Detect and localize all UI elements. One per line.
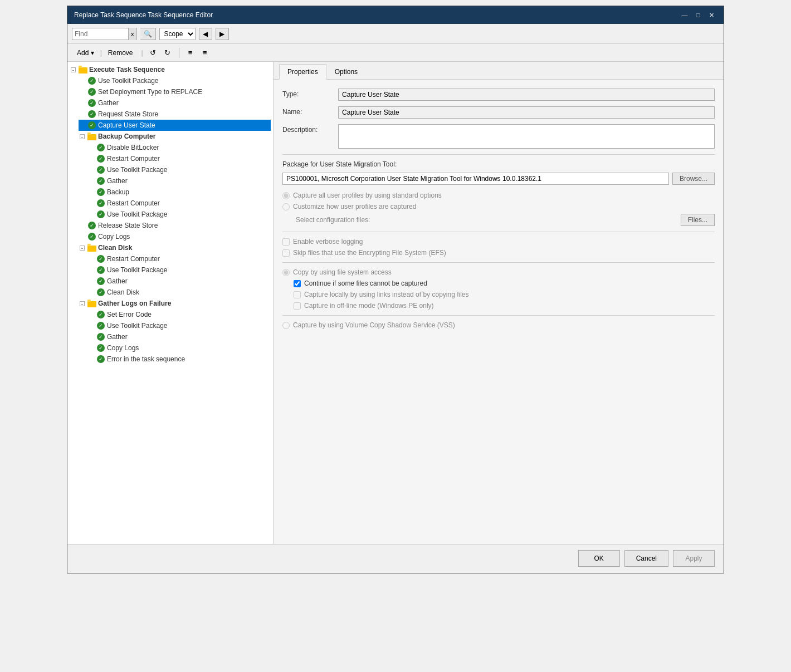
radio-item-vss: Capture by using Volume Copy Shadow Serv… (282, 321, 715, 329)
tree-item-clean-disk-group[interactable]: - Clean Disk (79, 242, 271, 253)
efs-checkbox[interactable] (282, 249, 290, 257)
toolbar-separator2: | (141, 49, 143, 57)
tree-item-request-state[interactable]: ✓ Request State Store (79, 109, 271, 120)
tree-item-use-toolkit-1[interactable]: ✓ Use Toolkit Package (79, 75, 271, 86)
tree-item-backup-computer-group[interactable]: - Backup Computer (79, 131, 271, 142)
tree-item-error-task-seq[interactable]: ✓ Error in the task sequence (87, 354, 271, 365)
capture-links-checkbox[interactable] (294, 291, 301, 298)
efs-row: Skip files that use the Encrypting File … (282, 249, 715, 257)
check-icon: ✓ (96, 277, 105, 286)
name-row: Name: (282, 106, 715, 119)
tree-item-copy-logs-2[interactable]: ✓ Copy Logs (87, 342, 271, 354)
right-panel: Properties Options Type: Name: (274, 62, 724, 544)
tree-item-gather-logs-group[interactable]: - Gather Logs on Failure (79, 298, 271, 309)
back-button[interactable]: ◀ (199, 28, 212, 40)
undo-icon: ↺ (150, 48, 156, 57)
radio-item-standard: Capture all user profiles by using stand… (282, 192, 715, 199)
add-button[interactable]: Add ▾ (72, 46, 99, 60)
item-label: Use Toolkit Package (107, 210, 168, 218)
check-icon: ✓ (96, 165, 105, 174)
undo-button[interactable]: ↺ (147, 46, 160, 60)
tree-item-disable-bitlocker[interactable]: ✓ Disable BitLocker (87, 142, 271, 153)
check-icon: ✓ (96, 154, 105, 163)
tree-root-item[interactable]: - Execute Task Sequence (70, 64, 271, 75)
forward-button[interactable]: ▶ (216, 28, 229, 40)
type-field[interactable] (338, 89, 715, 101)
package-section-label: Package for User State Migration Tool: (282, 160, 715, 168)
tree-item-gather-1[interactable]: ✓ Gather (79, 97, 271, 109)
browse-button[interactable]: Browse... (672, 173, 715, 185)
tree-item-clean-disk-step[interactable]: ✓ Clean Disk (87, 287, 271, 298)
verbose-logging-row: Enable verbose logging (282, 238, 715, 246)
ok-button[interactable]: OK (578, 550, 620, 567)
close-button[interactable]: ✕ (706, 10, 717, 20)
package-field[interactable] (282, 173, 669, 185)
svg-rect-2 (79, 66, 82, 68)
files-button[interactable]: Files... (681, 214, 715, 226)
verbose-checkbox[interactable] (282, 238, 290, 246)
redo-icon: ↻ (164, 48, 170, 57)
item-label: Release State Store (98, 222, 158, 229)
check-icon: ✓ (96, 143, 105, 152)
tree-item-gather-3[interactable]: ✓ Gather (87, 276, 271, 287)
tree-item-gather-4[interactable]: ✓ Gather (87, 331, 271, 342)
package-row: Browse... (282, 173, 715, 185)
tree-item-use-toolkit-2[interactable]: ✓ Use Toolkit Package (87, 164, 271, 175)
tree-item-copy-logs-1[interactable]: ✓ Copy Logs (79, 231, 271, 242)
item-label: Use Toolkit Package (107, 266, 168, 274)
redo-button[interactable]: ↻ (161, 46, 174, 60)
minimize-button[interactable]: — (679, 10, 690, 20)
item-label: Disable BitLocker (107, 144, 159, 151)
tree-item-use-toolkit-3[interactable]: ✓ Use Toolkit Package (87, 209, 271, 220)
tree-item-use-toolkit-5[interactable]: ✓ Use Toolkit Package (87, 320, 271, 331)
capture-offline-checkbox[interactable] (294, 302, 301, 310)
tree-item-capture-user-state[interactable]: ✓ Capture User State (79, 120, 271, 131)
check-icon-3: ✓ (87, 99, 96, 107)
item-label: Use Toolkit Package (107, 166, 168, 174)
continue-checkbox[interactable] (294, 280, 301, 287)
name-field[interactable] (338, 106, 715, 119)
tree-item-backup[interactable]: ✓ Backup (87, 187, 271, 198)
description-field[interactable] (338, 124, 715, 149)
check-icon: ✓ (96, 310, 105, 319)
move-up-icon: ≡ (188, 48, 193, 57)
radio-customize[interactable] (282, 203, 290, 210)
cancel-button[interactable]: Cancel (624, 550, 668, 567)
tree-item-gather-2[interactable]: ✓ Gather (87, 175, 271, 187)
tree-item-restart-2[interactable]: ✓ Restart Computer (87, 198, 271, 209)
search-button[interactable]: 🔍 (140, 28, 156, 40)
move-down-button[interactable]: ≡ (198, 46, 212, 60)
tab-options[interactable]: Options (326, 64, 366, 79)
maximize-button[interactable]: □ (692, 10, 704, 20)
item-label: Gather (107, 177, 128, 185)
tree-item-use-toolkit-4[interactable]: ✓ Use Toolkit Package (87, 264, 271, 276)
search-toolbar: x 🔍 Scope ◀ ▶ (67, 24, 724, 44)
group-label: Clean Disk (98, 244, 132, 252)
radio-copy[interactable] (282, 269, 290, 276)
check-icon: ✓ (87, 232, 96, 241)
tab-bar: Properties Options (274, 62, 724, 80)
tab-properties[interactable]: Properties (279, 64, 326, 80)
tree-item-set-error[interactable]: ✓ Set Error Code (87, 309, 271, 320)
tree-item-restart-3[interactable]: ✓ Restart Computer (87, 253, 271, 264)
item-label: Set Deployment Type to REPLACE (98, 88, 202, 96)
scope-select[interactable]: Scope (159, 28, 196, 40)
check-icon: ✓ (96, 199, 105, 208)
apply-button[interactable]: Apply (673, 550, 715, 567)
move-up-button[interactable]: ≡ (184, 46, 197, 60)
tree-item-release-state[interactable]: ✓ Release State Store (79, 220, 271, 231)
radio-standard[interactable] (282, 192, 290, 199)
search-clear-button[interactable]: x (128, 28, 136, 40)
continue-label: Continue if some files cannot be capture… (304, 279, 427, 287)
backup-children: ✓ Disable BitLocker ✓ Restart Computer ✓… (79, 142, 271, 220)
toolbar-separator: | (100, 49, 102, 57)
remove-button[interactable]: Remove (103, 46, 138, 60)
check-icon: ✓ (96, 188, 105, 197)
tree-item-set-deployment[interactable]: ✓ Set Deployment Type to REPLACE (79, 86, 271, 97)
search-input[interactable] (72, 28, 128, 40)
radio-item-customize: Customize how user profiles are captured (282, 203, 715, 210)
radio-vss[interactable] (282, 322, 290, 329)
tree-item-restart-1[interactable]: ✓ Restart Computer (87, 153, 271, 164)
continue-files-row: Continue if some files cannot be capture… (294, 279, 715, 287)
check-icon-4: ✓ (87, 110, 96, 119)
